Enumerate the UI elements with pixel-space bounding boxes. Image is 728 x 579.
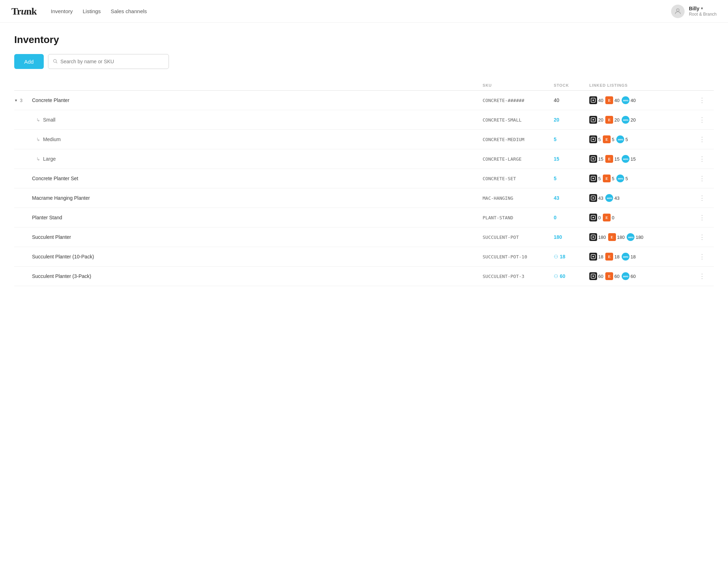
expand-cell: [14, 227, 32, 247]
listing-count: 20: [614, 117, 619, 123]
expand-cell: [14, 267, 32, 286]
logo[interactable]: Trunk: [11, 6, 37, 17]
listing-count: 60: [614, 274, 619, 279]
table-row: ▼3Concrete PlanterCONCRETE-######4040E40…: [14, 91, 714, 110]
nav-listings[interactable]: Listings: [83, 8, 101, 14]
listing-badge-woo: 20: [589, 116, 603, 124]
search-input[interactable]: [60, 59, 164, 64]
toolbar: Add: [14, 54, 714, 69]
listing-badge-xero: xero15: [622, 155, 636, 163]
woo-badge-icon: [589, 155, 597, 163]
more-actions-button[interactable]: ⋮: [696, 174, 708, 183]
child-sku-value: CONCRETE-SMALL: [483, 117, 522, 123]
listing-count: 0: [612, 215, 614, 220]
table-row: Succulent Planter (3-Pack)SUCCULENT-POT-…: [14, 267, 714, 286]
more-actions-button[interactable]: ⋮: [696, 154, 708, 163]
more-actions-button[interactable]: ⋮: [696, 115, 708, 124]
listing-badge-xero: xero60: [622, 272, 636, 280]
xero-badge-icon: xero: [605, 194, 613, 202]
listing-badge-woo: 180: [589, 233, 606, 241]
stock-cell: 43: [554, 188, 589, 208]
expand-arrow-icon[interactable]: ▼: [14, 98, 18, 102]
col-name-header: [32, 80, 483, 91]
more-actions-button[interactable]: ⋮: [696, 232, 708, 242]
expand-cell: [14, 188, 32, 208]
listing-badge-etsy: E40: [605, 96, 619, 104]
stock-value: 0: [554, 215, 557, 220]
sku-value: PLANT-STAND: [483, 215, 513, 220]
more-actions-button[interactable]: ⋮: [696, 96, 708, 105]
xero-badge-icon: xero: [616, 135, 624, 143]
child-item-name: Medium: [43, 136, 61, 142]
more-actions-button[interactable]: ⋮: [696, 272, 708, 281]
listing-count: 5: [598, 176, 601, 181]
sku-cell: SUCCULENT-POT-3: [483, 267, 554, 286]
stock-cell: 5: [554, 169, 589, 188]
more-actions-button[interactable]: ⋮: [696, 135, 708, 144]
woo-badge-icon: [589, 96, 597, 104]
woo-badge-icon: [589, 175, 597, 182]
variant-count: 3: [20, 98, 22, 103]
listings-cell: 5E5xero5: [589, 130, 696, 149]
expand-cell: [14, 247, 32, 267]
listing-badge-xero: xero20: [622, 116, 636, 124]
sku-cell: MAC-HANGING: [483, 188, 554, 208]
listing-count: 5: [612, 176, 614, 181]
listings-cell: 15E15xero15: [589, 149, 696, 169]
listing-count: 43: [614, 195, 619, 201]
col-listings-header: LINKED LISTINGS: [589, 80, 696, 91]
listing-badge-etsy: E15: [605, 155, 619, 163]
expand-cell[interactable]: ▼3: [14, 91, 32, 110]
child-sku-cell: CONCRETE-MEDIUM: [483, 130, 554, 149]
listings-cell: 40E40xero40: [589, 91, 696, 110]
etsy-badge-icon: E: [605, 155, 613, 163]
sku-cell: SUCCULENT-POT-10: [483, 247, 554, 267]
actions-cell: ⋮: [696, 227, 714, 247]
listing-badge-woo: 18: [589, 253, 603, 261]
more-actions-button[interactable]: ⋮: [696, 213, 708, 222]
name-cell: Planter Stand: [32, 208, 483, 227]
child-sku-value: CONCRETE-LARGE: [483, 156, 522, 162]
col-sku-header: SKU: [483, 80, 554, 91]
stock-cell: 15: [554, 149, 589, 169]
stock-value: 43: [554, 195, 559, 201]
table-row: Macrame Hanging PlanterMAC-HANGING4343xe…: [14, 188, 714, 208]
child-item-name: Small: [43, 117, 55, 123]
item-name: Succulent Planter: [32, 234, 71, 240]
svg-point-8: [593, 139, 594, 140]
actions-cell: ⋮: [696, 149, 714, 169]
nav-inventory[interactable]: Inventory: [51, 8, 73, 14]
expand-cell: [14, 208, 32, 227]
svg-point-10: [593, 158, 594, 160]
woo-badge-icon: [589, 194, 597, 202]
name-cell: Macrame Hanging Planter: [32, 188, 483, 208]
indent-arrow-icon: ↳: [36, 137, 40, 142]
table-row-child: ↳ SmallCONCRETE-SMALL2020E20xero20⋮: [14, 110, 714, 130]
name-cell: Succulent Planter (10-Pack): [32, 247, 483, 267]
search-wrap: [48, 54, 169, 69]
more-actions-button[interactable]: ⋮: [696, 193, 708, 203]
listing-badge-xero: xero5: [616, 135, 628, 143]
stock-cell: ⚇60: [554, 267, 589, 286]
nav-sales-channels[interactable]: Sales channels: [111, 8, 147, 14]
listing-badge-xero: xero40: [622, 96, 636, 104]
etsy-badge-icon: E: [605, 96, 613, 104]
actions-cell: ⋮: [696, 91, 714, 110]
add-button[interactable]: Add: [14, 54, 44, 69]
listing-count: 60: [598, 274, 603, 279]
table-row: Concrete Planter SetCONCRETE-SET55E5xero…: [14, 169, 714, 188]
table-row: Succulent PlanterSUCCULENT-POT180180E180…: [14, 227, 714, 247]
listing-count: 180: [617, 235, 625, 240]
child-sku-cell: CONCRETE-LARGE: [483, 149, 554, 169]
name-cell: Succulent Planter: [32, 227, 483, 247]
item-name: Succulent Planter (3-Pack): [32, 273, 91, 279]
more-actions-button[interactable]: ⋮: [696, 252, 708, 261]
svg-point-16: [593, 217, 594, 218]
avatar: [671, 5, 685, 18]
user-menu[interactable]: Billy ▾ Root & Branch: [671, 5, 717, 18]
xero-badge-icon: xero: [622, 155, 629, 163]
stock-cell: 40: [554, 91, 589, 110]
listing-badge-etsy: E20: [605, 116, 619, 124]
listing-count: 18: [614, 254, 619, 259]
svg-point-12: [593, 178, 594, 179]
